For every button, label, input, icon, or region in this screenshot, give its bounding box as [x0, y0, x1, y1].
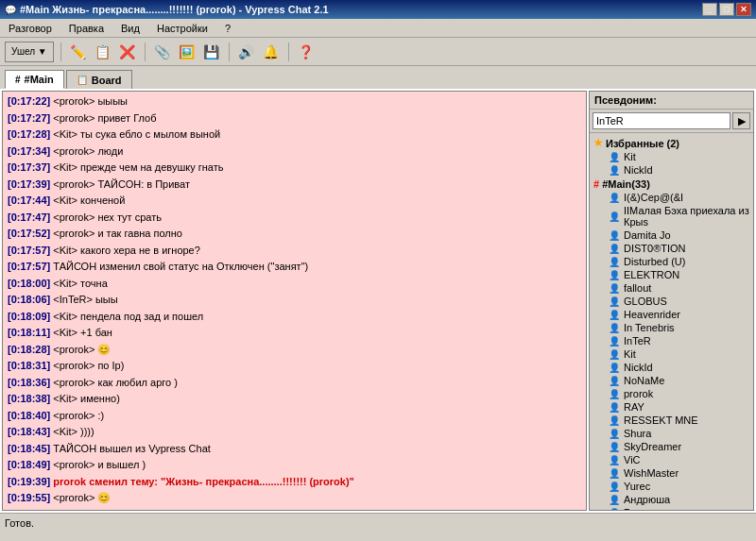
user-name: NickId	[624, 164, 653, 176]
save-icon[interactable]: 💾	[201, 42, 222, 62]
message-text: <prorok> и так гавна полно	[50, 228, 182, 239]
message-time: [0:17:52]	[8, 228, 50, 239]
toolbar-separator-4	[288, 42, 289, 61]
message-text: <prorok> :)	[50, 410, 104, 421]
menu-nastroyki[interactable]: Настройки	[153, 22, 212, 35]
message-time: [0:18:31]	[8, 360, 50, 371]
user-name: Андрюша	[624, 494, 670, 505]
menu-vid[interactable]: Вид	[117, 22, 144, 35]
users-list[interactable]: ★Избранные (2)👤Kit👤NickId##Main(33)👤I(&)…	[590, 133, 753, 510]
user-item[interactable]: 👤Disturbed (U)	[592, 255, 751, 268]
user-item[interactable]: 👤GLOBUS	[592, 295, 751, 308]
user-category[interactable]: ★Избранные (2)	[592, 135, 751, 150]
user-category[interactable]: ##Main(33)	[592, 177, 751, 191]
user-avatar-icon: 👤	[609, 152, 620, 162]
user-avatar-icon: 👤	[609, 244, 620, 254]
user-item[interactable]: 👤Бакалавр	[592, 506, 751, 510]
hash-icon: #	[593, 178, 599, 190]
chat-message: [0:18:09] <Kit> пендела под зад и пошел	[8, 309, 581, 325]
edit-icon[interactable]: ✏️	[68, 42, 89, 62]
message-time: [0:18:28]	[8, 344, 50, 355]
user-name: WishMaster	[624, 467, 679, 479]
user-name: Yurec	[624, 481, 650, 492]
user-item[interactable]: 👤NоNaМe	[592, 374, 751, 387]
help-icon[interactable]: ❓	[296, 42, 317, 62]
status-button[interactable]: Ушел ▼	[5, 42, 54, 62]
user-avatar-icon: 👤	[609, 283, 620, 294]
user-item[interactable]: 👤In Tenebris	[592, 321, 751, 334]
user-item[interactable]: 👤Kit	[592, 347, 751, 361]
close-button[interactable]: ✕	[736, 3, 751, 16]
user-item[interactable]: 👤IIМалая Бэха приехала из Крыs	[592, 204, 751, 228]
user-avatar-icon: 👤	[609, 257, 620, 267]
message-time: [0:18:11]	[8, 327, 50, 338]
user-name: DIST0®TION	[624, 243, 686, 254]
user-item[interactable]: 👤Shura	[592, 427, 751, 440]
user-item[interactable]: 👤fallout	[592, 281, 751, 295]
user-name: prorok	[624, 388, 653, 399]
user-item[interactable]: 👤Damita Jo	[592, 228, 751, 242]
minimize-button[interactable]: _	[702, 3, 717, 16]
maximize-button[interactable]: □	[719, 3, 734, 16]
users-panel: Псевдоним: ▶ ★Избранные (2)👤Kit👤NickId##…	[589, 91, 754, 511]
user-item[interactable]: 👤I(&)Сер@(&I	[592, 191, 751, 204]
user-item[interactable]: 👤RAY	[592, 400, 751, 414]
message-time: [0:17:44]	[8, 194, 50, 206]
message-text: <Kit> точна	[50, 278, 108, 289]
user-avatar-icon: 👤	[609, 429, 620, 439]
user-avatar-icon: 👤	[609, 455, 620, 465]
attach-icon[interactable]: 📎	[152, 42, 173, 62]
menu-help[interactable]: ?	[221, 22, 234, 35]
tab-main-label: #Main	[25, 74, 54, 85]
message-time: [0:18:40]	[8, 410, 50, 421]
user-item[interactable]: 👤NickId	[592, 163, 751, 177]
user-item[interactable]: 👤InTeR	[592, 334, 751, 347]
user-avatar-icon: 👤	[609, 508, 620, 511]
users-search-button[interactable]: ▶	[732, 112, 750, 129]
user-avatar-icon: 👤	[609, 363, 620, 373]
window-title: #Main Жизнь- прекрасна........!!!!!!! (p…	[20, 4, 329, 15]
user-item[interactable]: 👤RESSEKT MNE	[592, 414, 751, 427]
user-avatar-icon: 👤	[609, 323, 620, 333]
user-item[interactable]: 👤DIST0®TION	[592, 242, 751, 255]
copy-icon[interactable]: 📋	[93, 42, 113, 62]
status-bar: Готов.	[0, 513, 756, 532]
message-text: <Kit> какого хера не в игноре?	[50, 245, 200, 256]
notify-icon[interactable]: 🔔	[261, 42, 282, 62]
menu-pravka[interactable]: Правка	[65, 22, 108, 35]
message-time: [0:18:38]	[8, 393, 50, 404]
tab-main[interactable]: # #Main	[5, 70, 64, 89]
message-text: <prorok> по Ip)	[50, 360, 124, 371]
user-item[interactable]: 👤prorok	[592, 387, 751, 400]
user-item[interactable]: 👤Андрюша	[592, 493, 751, 506]
chat-message: [0:17:44] <Kit> конченой	[8, 193, 581, 209]
tab-board[interactable]: 📋 Board	[66, 70, 132, 89]
delete-icon[interactable]: ❌	[117, 42, 138, 62]
sound-icon[interactable]: 🔊	[236, 42, 257, 62]
user-avatar-icon: 👤	[609, 349, 620, 360]
chat-message: [0:17:52] <prorok> и так гавна полно	[8, 226, 581, 242]
user-item[interactable]: 👤ELEKTRON	[592, 268, 751, 281]
user-name: Damita Jo	[624, 229, 671, 241]
star-icon: ★	[593, 137, 603, 149]
user-item[interactable]: 👤Kit	[592, 150, 751, 163]
user-name: Disturbed (U)	[624, 256, 685, 267]
menu-razgovor[interactable]: Разговор	[5, 22, 56, 35]
users-search-input[interactable]	[593, 112, 730, 129]
user-item[interactable]: 👤NickId	[592, 361, 751, 374]
user-item[interactable]: 👤Yurec	[592, 480, 751, 493]
message-time: [0:17:57]	[8, 245, 50, 256]
user-item[interactable]: 👤WishMaster	[592, 466, 751, 480]
chat-message: [0:18:28] <prorok> 😊	[8, 342, 581, 358]
user-item[interactable]: 👤Heavenrider	[592, 308, 751, 321]
user-item[interactable]: 👤ViС	[592, 453, 751, 466]
user-item[interactable]: 👤SkyDreamer	[592, 440, 751, 453]
menu-bar: Разговор Правка Вид Настройки ?	[0, 19, 756, 38]
tab-board-icon: 📋	[77, 75, 88, 85]
chat-message: [0:17:47] <prorok> нех тут срать	[8, 210, 581, 226]
chat-messages[interactable]: [0:15:11] Добро пожаловать в Vypress Cha…	[3, 92, 586, 510]
image-icon[interactable]: 🖼️	[177, 42, 198, 62]
chat-message: [0:18:40] <prorok> :)	[8, 408, 581, 424]
message-text: <Kit> +1 бан	[50, 327, 112, 338]
message-time: [0:17:57]	[8, 261, 50, 272]
